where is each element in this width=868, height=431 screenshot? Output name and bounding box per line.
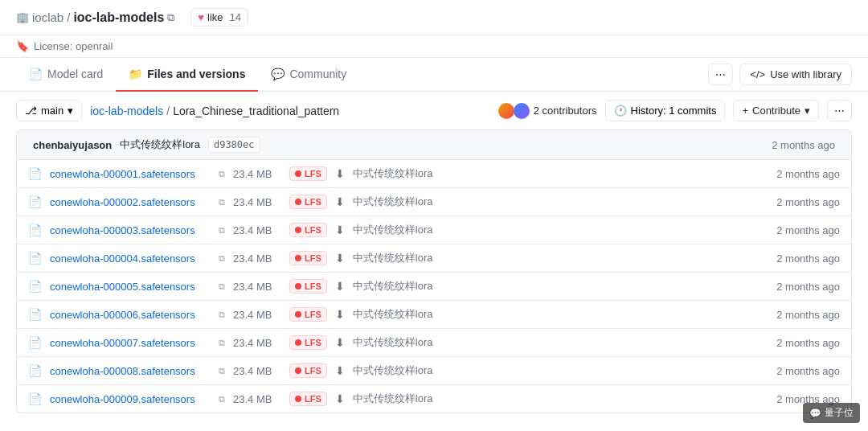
- branch-selector[interactable]: ⎇ main ▾: [16, 100, 82, 121]
- org-icon: 🏢: [16, 11, 29, 23]
- like-label: like: [207, 11, 223, 23]
- lfs-badge: LFS: [289, 335, 327, 350]
- breadcrumb: 🏢 ioclab / ioc-lab-models ⧉: [16, 10, 174, 25]
- heart-icon: ♥: [198, 11, 204, 23]
- file-commit-message: 中式传统纹样lora: [353, 279, 768, 293]
- commit-author[interactable]: chenbaiyujason: [33, 139, 112, 151]
- copy-filename-icon[interactable]: ⧉: [219, 169, 225, 179]
- like-button[interactable]: ♥ like 14: [190, 8, 248, 27]
- download-icon[interactable]: ⬇: [335, 336, 345, 349]
- file-commit-message: 中式传统纹样lora: [353, 335, 768, 350]
- lfs-label: LFS: [305, 366, 321, 376]
- org-name[interactable]: ioclab: [32, 10, 63, 24]
- file-name[interactable]: conewloha-000005.safetensors: [50, 281, 211, 293]
- file-commit-message: 中式传统纹样lora: [353, 223, 768, 237]
- file-size: 23.4 MB: [233, 224, 281, 236]
- copy-filename-icon[interactable]: ⧉: [219, 253, 225, 264]
- file-icon: 📄: [28, 336, 42, 349]
- tab-files-and-versions[interactable]: 📁 Files and versions: [116, 58, 258, 92]
- file-table: 📄 conewloha-000001.safetensors ⧉ 23.4 MB…: [16, 160, 852, 413]
- file-size: 23.4 MB: [233, 196, 281, 208]
- file-name[interactable]: conewloha-000004.safetensors: [50, 252, 211, 265]
- files-icon: 📁: [129, 68, 142, 80]
- file-name[interactable]: conewloha-000007.safetensors: [50, 337, 211, 349]
- repo-name[interactable]: ioc-lab-models: [73, 10, 164, 25]
- path-separator: /: [166, 105, 170, 117]
- lfs-label: LFS: [305, 310, 321, 319]
- contribute-label: Contribute: [752, 105, 800, 117]
- tab-community-label: Community: [289, 68, 346, 80]
- copy-filename-icon[interactable]: ⧉: [219, 366, 225, 376]
- file-size: 23.4 MB: [233, 393, 281, 405]
- download-icon[interactable]: ⬇: [335, 308, 345, 321]
- copy-filename-icon[interactable]: ⧉: [219, 338, 225, 348]
- table-row: 📄 conewloha-000004.safetensors ⧉ 23.4 MB…: [17, 244, 851, 273]
- lfs-label: LFS: [305, 197, 321, 207]
- chevron-down-icon: ▾: [68, 105, 73, 117]
- file-name[interactable]: conewloha-000006.safetensors: [50, 309, 211, 321]
- clock-icon: 🕐: [614, 105, 627, 117]
- file-commit-message: 中式传统纹样lora: [353, 195, 768, 209]
- file-name[interactable]: conewloha-000009.safetensors: [50, 393, 211, 405]
- lfs-label: LFS: [305, 169, 321, 179]
- license-bar: 🔖 License: openrail: [0, 35, 868, 58]
- path-root[interactable]: ioc-lab-models: [90, 105, 163, 117]
- contributors-button[interactable]: 2 contributors: [498, 103, 597, 119]
- lfs-label: LFS: [305, 253, 321, 263]
- copy-filename-icon[interactable]: ⧉: [219, 310, 225, 320]
- lfs-dot: [295, 396, 301, 402]
- use-with-library-button[interactable]: </> Use with library: [739, 64, 852, 85]
- top-bar: 🏢 ioclab / ioc-lab-models ⧉ ♥ like 14: [0, 0, 868, 35]
- lfs-badge: LFS: [289, 223, 327, 237]
- more-file-options-button[interactable]: ⋯: [827, 100, 852, 121]
- file-commit-message: 中式传统纹样lora: [353, 166, 768, 181]
- history-button[interactable]: 🕐 History: 1 commits: [605, 100, 726, 121]
- file-name[interactable]: conewloha-000001.safetensors: [50, 168, 211, 180]
- license-text: License: openrail: [34, 40, 113, 52]
- chevron-down-icon: ▾: [805, 105, 810, 117]
- download-icon[interactable]: ⬇: [335, 224, 345, 236]
- lfs-label: LFS: [305, 338, 321, 347]
- copy-filename-icon[interactable]: ⧉: [219, 394, 225, 404]
- tab-model-card[interactable]: 📄 Model card: [16, 58, 116, 92]
- file-name[interactable]: conewloha-000002.safetensors: [50, 196, 211, 208]
- download-icon[interactable]: ⬇: [335, 392, 345, 405]
- download-icon[interactable]: ⬇: [335, 280, 345, 293]
- file-time: 2 months ago: [776, 337, 840, 349]
- contribute-button[interactable]: + Contribute ▾: [733, 100, 819, 121]
- file-icon: 📄: [28, 252, 42, 265]
- file-commit-message: 中式传统纹样lora: [353, 307, 768, 322]
- lfs-dot: [295, 199, 301, 205]
- file-time: 2 months ago: [776, 309, 840, 321]
- copy-filename-icon[interactable]: ⧉: [219, 281, 225, 292]
- file-name[interactable]: conewloha-000008.safetensors: [50, 365, 211, 377]
- copy-icon[interactable]: ⧉: [167, 11, 174, 24]
- commit-hash[interactable]: d9380ec: [208, 137, 260, 153]
- table-row: 📄 conewloha-000009.safetensors ⧉ 23.4 MB…: [17, 385, 851, 413]
- toolbar-right: 2 contributors 🕐 History: 1 commits + Co…: [498, 100, 852, 121]
- file-name[interactable]: conewloha-000003.safetensors: [50, 224, 211, 236]
- download-icon[interactable]: ⬇: [335, 364, 345, 377]
- lfs-label: LFS: [305, 225, 321, 235]
- tab-community[interactable]: 💬 Community: [258, 58, 359, 92]
- lfs-label: LFS: [305, 281, 321, 291]
- download-icon[interactable]: ⬇: [335, 167, 345, 180]
- download-icon[interactable]: ⬇: [335, 252, 345, 265]
- breadcrumb-separator: /: [67, 10, 70, 24]
- copy-filename-icon[interactable]: ⧉: [219, 197, 225, 207]
- table-row: 📄 conewloha-000008.safetensors ⧉ 23.4 MB…: [17, 357, 851, 385]
- file-size: 23.4 MB: [233, 281, 281, 293]
- more-options-button[interactable]: ⋯: [708, 64, 733, 85]
- watermark: 💬 量子位: [803, 403, 860, 413]
- copy-filename-icon[interactable]: ⧉: [219, 225, 225, 236]
- contributor-avatar-2: [514, 103, 530, 119]
- table-row: 📄 conewloha-000005.safetensors ⧉ 23.4 MB…: [17, 273, 851, 301]
- history-label: History: 1 commits: [631, 105, 717, 117]
- download-icon[interactable]: ⬇: [335, 195, 345, 208]
- file-size: 23.4 MB: [233, 365, 281, 377]
- file-size: 23.4 MB: [233, 337, 281, 349]
- file-time: 2 months ago: [776, 281, 840, 293]
- tab-files-label: Files and versions: [147, 68, 245, 80]
- file-commit-message: 中式传统纹样lora: [353, 363, 768, 378]
- lfs-badge: LFS: [289, 307, 327, 322]
